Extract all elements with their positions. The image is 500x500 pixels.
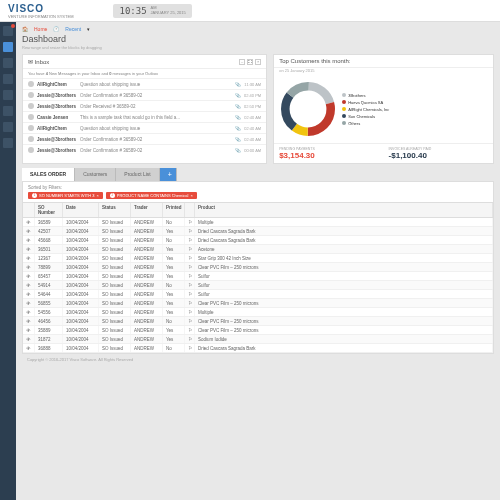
chevron-down-icon[interactable]: ▾: [87, 26, 90, 32]
tab-sales-order[interactable]: SALES ORDER: [22, 168, 75, 181]
table-row[interactable]: 👁5685510/04/2004SO IssuedANDREWYes⚐Clear…: [23, 299, 493, 308]
sidebar-item-mail[interactable]: [3, 74, 13, 84]
sidebar-item-dashboard[interactable]: [3, 42, 13, 52]
attachment-icon: 📎: [235, 137, 241, 142]
tab-product-list[interactable]: Product List: [116, 168, 159, 181]
attachment-icon: 📎: [235, 126, 241, 131]
inbox-sender: AllRightChem: [37, 82, 77, 87]
inbox-sender: Cassie Jensen: [37, 115, 77, 120]
inbox-time: 00:00 AM: [244, 148, 261, 153]
row-eye-icon[interactable]: 👁: [23, 317, 35, 325]
filter-chip[interactable]: 1SO NUMBER STARTS WITH 3×: [28, 192, 103, 199]
main-content: 🏠 Home 🕐 Recent ▾ Dashboard Rearrange an…: [16, 22, 500, 500]
legend-item: Others: [342, 121, 389, 126]
sidebar-item-close[interactable]: [3, 138, 13, 148]
row-eye-icon[interactable]: 👁: [23, 218, 35, 226]
tab-customers[interactable]: Customers: [75, 168, 116, 181]
row-eye-icon[interactable]: 👁: [23, 236, 35, 244]
row-eye-icon[interactable]: 👁: [23, 308, 35, 316]
tab-add-button[interactable]: +: [160, 168, 177, 181]
table-row[interactable]: 👁1236710/04/2004SO IssuedANDREWYes⚐Star …: [23, 254, 493, 263]
row-eye-icon[interactable]: 👁: [23, 335, 35, 343]
row-eye-icon[interactable]: 👁: [23, 245, 35, 253]
crumb-recent[interactable]: Recent: [65, 26, 81, 32]
table-row[interactable]: 👁5491410/04/2004SO IssuedANDREWNo⚐Sulfur: [23, 281, 493, 290]
inbox-subject: This is a sample task that would go in t…: [80, 115, 232, 120]
inbox-row[interactable]: Jessie@3brothersOrder Confirmation # 365…: [23, 89, 266, 100]
column-header[interactable]: [23, 203, 35, 217]
logo: VISCO VENTURE INFORMATION SYSTEM: [8, 3, 73, 19]
table-row[interactable]: 👁4250710/04/2004SO IssuedANDREWYes⚐Dried…: [23, 227, 493, 236]
table-row[interactable]: 👁5455610/04/2004SO IssuedANDREWYes⚐Multi…: [23, 308, 493, 317]
row-flag-icon: ⚐: [185, 245, 195, 253]
row-eye-icon[interactable]: 👁: [23, 281, 35, 289]
column-header[interactable]: Status: [99, 203, 131, 217]
table-row[interactable]: 👁3588910/04/2004SO IssuedANDREWYes⚐Clear…: [23, 326, 493, 335]
row-flag-icon: ⚐: [185, 308, 195, 316]
inbox-row[interactable]: Jessie@3brothersOrder Confirmation # 365…: [23, 144, 266, 155]
attachment-icon: 📎: [235, 104, 241, 109]
column-header[interactable]: SO Number: [35, 203, 63, 217]
avatar: [28, 114, 34, 120]
inbox-summary: You have 4 New Messages in your Inbox an…: [23, 69, 266, 78]
row-flag-icon: ⚐: [185, 290, 195, 298]
column-header[interactable]: Printed: [163, 203, 185, 217]
table-row[interactable]: 👁4645610/04/2004SO IssuedANDREWNo⚐Clear …: [23, 317, 493, 326]
panel-minimize-icon[interactable]: –: [239, 59, 245, 65]
table-row[interactable]: 👁5464410/04/2004SO IssuedANDREWYes⚐Sulfu…: [23, 290, 493, 299]
inbox-row[interactable]: Cassie JensenThis is a sample task that …: [23, 111, 266, 122]
panel-close-icon[interactable]: ×: [255, 59, 261, 65]
inbox-subject: Question about shipping issue: [80, 82, 232, 87]
table-row[interactable]: 👁3650110/04/2004SO IssuedANDREWYes⚐Aceto…: [23, 245, 493, 254]
sidebar-item-orders[interactable]: [3, 58, 13, 68]
row-eye-icon[interactable]: 👁: [23, 344, 35, 352]
row-eye-icon[interactable]: 👁: [23, 254, 35, 262]
breadcrumb: 🏠 Home 🕐 Recent ▾: [22, 26, 494, 32]
row-eye-icon[interactable]: 👁: [23, 326, 35, 334]
table-row[interactable]: 👁3658910/04/2004SO IssuedANDREWNo⚐Multip…: [23, 218, 493, 227]
sidebar-item-charts[interactable]: [3, 122, 13, 132]
inbox-row[interactable]: AllRightChemQuestion about shipping issu…: [23, 122, 266, 133]
inbox-row[interactable]: Jessie@3brothersOrder Confirmation # 365…: [23, 133, 266, 144]
legend-item: Sun Chemicals: [342, 114, 389, 119]
inbox-subject: Order Confirmation # 36589-02: [80, 137, 232, 142]
row-eye-icon[interactable]: 👁: [23, 227, 35, 235]
filter-chip[interactable]: 2PRODUCT NAME CONTAINS Chemical×: [106, 192, 197, 199]
table-row[interactable]: 👁3187210/04/2004SO IssuedANDREWYes⚐Sodiu…: [23, 335, 493, 344]
column-header[interactable]: Product: [195, 203, 493, 217]
inbox-subject: Question about shipping issue: [80, 126, 232, 131]
table-row[interactable]: 👁4566810/04/2004SO IssuedANDREWNo⚐Dried …: [23, 236, 493, 245]
table-row[interactable]: 👁6545710/04/2004SO IssuedANDREWYes⚐Sulfu…: [23, 272, 493, 281]
row-flag-icon: ⚐: [185, 281, 195, 289]
page-title: Dashboard: [22, 34, 494, 44]
column-header[interactable]: [185, 203, 195, 217]
table-row[interactable]: 👁3688810/04/2004SO IssuedANDREWNo⚐Dried …: [23, 344, 493, 353]
column-header[interactable]: Date: [63, 203, 99, 217]
inbox-row[interactable]: Jessie@3brothersOrder Received # 36589-0…: [23, 100, 266, 111]
inbox-time: 11:30 AM: [244, 82, 261, 87]
inbox-sender: Jessie@3brothers: [37, 148, 77, 153]
legend-item: 3Brothers: [342, 93, 389, 98]
column-header[interactable]: Trader: [131, 203, 163, 217]
inbox-time: 02:40 AM: [244, 126, 261, 131]
filter-bar: Sorted by Filters: 1SO NUMBER STARTS WIT…: [22, 181, 494, 202]
inbox-row[interactable]: AllRightChemQuestion about shipping issu…: [23, 78, 266, 89]
row-eye-icon[interactable]: 👁: [23, 299, 35, 307]
sidebar-item-alerts[interactable]: [3, 26, 13, 36]
table-row[interactable]: 👁7889910/04/2004SO IssuedANDREWYes⚐Clear…: [23, 263, 493, 272]
inbox-time: 02:40 AM: [244, 137, 261, 142]
sidebar-item-reports[interactable]: [3, 106, 13, 116]
avatar: [28, 136, 34, 142]
row-eye-icon[interactable]: 👁: [23, 290, 35, 298]
chart-legend: 3BrothersHueva Qucmica SAAllRight Chemic…: [342, 79, 389, 139]
crumb-home[interactable]: Home: [34, 26, 47, 32]
attachment-icon: 📎: [235, 115, 241, 120]
chip-close-icon[interactable]: ×: [96, 193, 98, 198]
chip-close-icon[interactable]: ×: [190, 193, 192, 198]
row-eye-icon[interactable]: 👁: [23, 263, 35, 271]
row-flag-icon: ⚐: [185, 227, 195, 235]
panel-maximize-icon[interactable]: ⛶: [247, 59, 253, 65]
row-eye-icon[interactable]: 👁: [23, 272, 35, 280]
tab-bar: SALES ORDER Customers Product List +: [22, 168, 494, 181]
sidebar-item-users[interactable]: [3, 90, 13, 100]
